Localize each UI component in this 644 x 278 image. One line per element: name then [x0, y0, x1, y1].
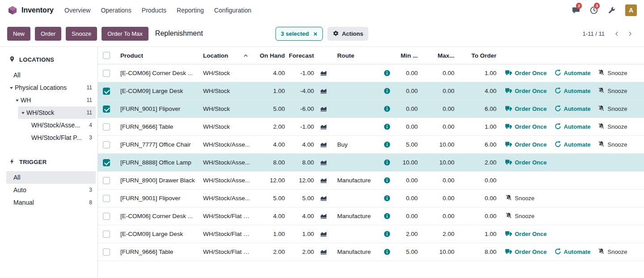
- area-chart-icon[interactable]: [320, 249, 327, 255]
- table-row[interactable]: [FURN_9001] FlipoverWH/Stock5.00-6.000.0…: [98, 100, 644, 118]
- sidebar-item-wh-stock-asse[interactable]: WH/Stock/Asse...4: [24, 119, 96, 131]
- area-chart-icon[interactable]: [320, 123, 327, 130]
- table-row[interactable]: [E-COM09] Large DeskWH/Stock/Flat P...1.…: [98, 225, 644, 243]
- table-row[interactable]: [FURN_8900] Drawer BlackWH/Stock/Asse...…: [98, 172, 644, 190]
- table-row[interactable]: [E-COM09] Large DeskWH/Stock1.00-4.000.0…: [98, 82, 644, 100]
- info-icon[interactable]: [384, 123, 390, 130]
- menu-products[interactable]: Products: [142, 7, 166, 14]
- order-once-button[interactable]: Order Once: [505, 141, 547, 149]
- row-checkbox[interactable]: [103, 195, 110, 202]
- row-checkbox[interactable]: [103, 177, 110, 184]
- info-icon[interactable]: [384, 195, 390, 202]
- area-chart-icon[interactable]: [320, 195, 327, 202]
- info-icon[interactable]: [384, 159, 390, 166]
- table-row[interactable]: [FURN_9666] TableWH/Stock2.00-1.000.000.…: [98, 118, 644, 136]
- sidebar-item-wh-stock-flat-p[interactable]: WH/Stock/Flat P...3: [24, 131, 96, 144]
- sidebar-item-wh-stock[interactable]: WH/Stock11: [18, 106, 96, 119]
- row-checkbox[interactable]: [103, 70, 110, 77]
- order-once-button[interactable]: Order Once: [505, 230, 547, 238]
- col-header-max[interactable]: Max...: [419, 52, 455, 59]
- menu-reporting[interactable]: Reporting: [177, 7, 204, 14]
- snooze-button[interactable]: Snooze: [598, 105, 627, 113]
- automate-button[interactable]: Automate: [555, 248, 591, 256]
- table-row[interactable]: [E-COM06] Corner Desk ...WH/Stock4.00-1.…: [98, 64, 644, 82]
- snooze-button[interactable]: Snooze: [505, 212, 534, 220]
- sidebar-item-all[interactable]: All: [6, 171, 96, 184]
- breadcrumb[interactable]: Replenishment: [155, 29, 203, 38]
- snooze-button[interactable]: Snooze: [66, 27, 97, 41]
- order-once-button[interactable]: Order Once: [505, 248, 547, 256]
- info-icon[interactable]: [384, 249, 390, 255]
- area-chart-icon[interactable]: [320, 88, 327, 94]
- col-header-product[interactable]: Product: [115, 52, 198, 59]
- automate-button[interactable]: Automate: [555, 87, 591, 95]
- row-checkbox[interactable]: [103, 123, 110, 131]
- order-once-button[interactable]: Order Once: [505, 87, 547, 95]
- select-all-checkbox[interactable]: [103, 52, 110, 59]
- col-header-route[interactable]: Route: [332, 52, 378, 59]
- automate-button[interactable]: Automate: [555, 141, 591, 149]
- menu-overview[interactable]: Overview: [64, 7, 90, 14]
- info-icon[interactable]: [384, 177, 390, 184]
- info-icon[interactable]: [384, 141, 390, 148]
- sidebar-item-wh[interactable]: WH11: [12, 94, 96, 106]
- col-header-location[interactable]: Location: [198, 52, 251, 59]
- sidebar-item-all[interactable]: All: [6, 69, 96, 81]
- row-checkbox[interactable]: [103, 249, 110, 256]
- order-button[interactable]: Order: [35, 27, 61, 41]
- table-row[interactable]: [E-COM06] Corner Desk ...WH/Stock/Flat P…: [98, 207, 644, 225]
- info-icon[interactable]: [384, 231, 390, 237]
- snooze-button[interactable]: Snooze: [598, 123, 627, 131]
- user-avatar[interactable]: A: [625, 4, 637, 16]
- odoo-logo-icon[interactable]: [7, 5, 18, 16]
- pager-next-button[interactable]: ›: [623, 27, 637, 40]
- sidebar-item-auto[interactable]: Auto3: [6, 184, 96, 196]
- row-checkbox[interactable]: [103, 213, 110, 220]
- automate-button[interactable]: Automate: [555, 123, 591, 131]
- row-checkbox[interactable]: [103, 88, 110, 95]
- order-once-button[interactable]: Order Once: [505, 69, 547, 77]
- app-name[interactable]: Inventory: [21, 6, 54, 14]
- menu-configuration[interactable]: Configuration: [214, 7, 251, 14]
- order-to-max-button[interactable]: Order To Max: [102, 27, 148, 41]
- area-chart-icon[interactable]: [320, 159, 327, 166]
- area-chart-icon[interactable]: [320, 141, 327, 148]
- order-once-button[interactable]: Order Once: [505, 123, 547, 131]
- table-row[interactable]: [FURN_7777] Office ChairWH/Stock/Asse...…: [98, 136, 644, 154]
- table-row[interactable]: [FURN_9001] FlipoverWH/Stock/Asse...5.00…: [98, 190, 644, 207]
- row-checkbox[interactable]: [103, 159, 110, 166]
- info-icon[interactable]: [384, 213, 390, 219]
- pager-previous-button[interactable]: ‹: [610, 27, 623, 40]
- table-row[interactable]: [FURN_9666] TableWH/Stock/Flat P...2.002…: [98, 243, 644, 261]
- area-chart-icon[interactable]: [320, 231, 327, 237]
- area-chart-icon[interactable]: [320, 177, 327, 184]
- col-header-on-hand[interactable]: On Hand: [251, 52, 286, 59]
- row-checkbox[interactable]: [103, 231, 110, 238]
- info-icon[interactable]: [384, 88, 390, 94]
- col-header-min[interactable]: Min ...: [395, 52, 419, 59]
- snooze-button[interactable]: Snooze: [598, 69, 627, 77]
- automate-button[interactable]: Automate: [555, 69, 591, 77]
- clear-selection-icon[interactable]: ×: [314, 30, 318, 37]
- snooze-button[interactable]: Snooze: [505, 194, 534, 202]
- order-once-button[interactable]: Order Once: [505, 105, 547, 113]
- menu-operations[interactable]: Operations: [101, 7, 131, 14]
- new-button[interactable]: New: [7, 27, 30, 41]
- snooze-button[interactable]: Snooze: [598, 141, 627, 149]
- col-header-forecast[interactable]: Forecast: [286, 52, 315, 59]
- tools-wrench-icon[interactable]: [607, 6, 616, 15]
- table-row[interactable]: [FURN_8888] Office LampWH/Stock/Asse...8…: [98, 154, 644, 172]
- info-icon[interactable]: [384, 70, 390, 76]
- messages-icon[interactable]: 2: [572, 6, 580, 15]
- order-once-button[interactable]: Order Once: [505, 159, 547, 167]
- automate-button[interactable]: Automate: [555, 105, 591, 113]
- area-chart-icon[interactable]: [320, 105, 327, 112]
- row-checkbox[interactable]: [103, 105, 110, 113]
- sidebar-item-manual[interactable]: Manual8: [6, 196, 96, 209]
- actions-button[interactable]: Actions: [327, 27, 369, 41]
- info-icon[interactable]: [384, 105, 390, 112]
- area-chart-icon[interactable]: [320, 70, 327, 76]
- sidebar-item-physical-locations[interactable]: Physical Locations11: [6, 81, 96, 94]
- area-chart-icon[interactable]: [320, 213, 327, 219]
- snooze-button[interactable]: Snooze: [598, 248, 627, 256]
